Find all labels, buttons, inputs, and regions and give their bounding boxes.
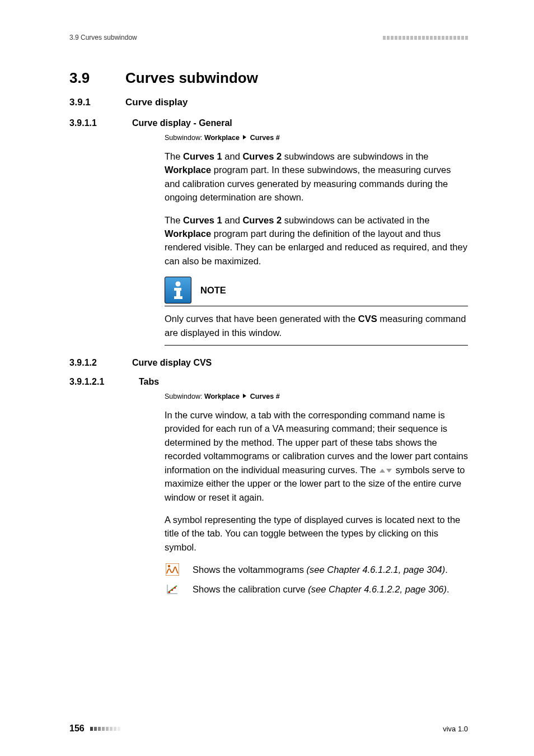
heading-title: Curves subwindow [125,69,258,87]
list-item: Shows the calibration curve (see Chapter… [165,582,468,596]
svg-rect-12 [174,587,176,589]
paragraph: A symbol representing the type of displa… [165,513,468,554]
page-header: 3.9 Curves subwindow [69,34,468,41]
footer-right: viva 1.0 [443,725,468,733]
header-left: 3.9 Curves subwindow [69,34,137,41]
calibration-curve-icon [165,582,180,596]
heading-title: Curve display - General [132,118,232,128]
note-body: Only curves that have been generated wit… [165,312,468,346]
heading-number: 3.9 [69,69,125,87]
path-prefix: Subwindow: [165,393,204,400]
heading-number: 3.9.1.2.1 [69,377,139,387]
heading-number: 3.9.1 [69,97,125,108]
heading-title: Tabs [139,377,159,387]
svg-rect-10 [168,591,170,593]
note-block: NOTE Only curves that have been generate… [165,277,468,346]
heading-title: Curve display CVS [132,358,212,368]
heading-title: Curve display [125,97,188,108]
heading-3-9-1-2: 3.9.1.2 Curve display CVS [69,358,468,368]
heading-3-9-1-2-1: 3.9.1.2.1 Tabs [69,377,468,387]
svg-rect-4 [166,563,179,576]
footer-left: 156 [69,724,120,734]
svg-rect-2 [176,288,180,297]
path-part: Workplace [204,134,240,142]
heading-3-9: 3.9 Curves subwindow [69,69,468,87]
paragraph: The Curves 1 and Curves 2 subwindows can… [165,213,468,268]
svg-rect-11 [171,589,173,591]
header-ticks-icon [383,36,468,40]
footer-ticks-icon [90,727,120,731]
heading-number: 3.9.1.1 [69,118,132,128]
list-item-text: Shows the calibration curve (see Chapter… [193,582,449,596]
heading-number: 3.9.1.2 [69,358,132,368]
page-number: 156 [69,724,85,734]
path-prefix: Subwindow: [165,134,204,142]
breadcrumb-path: Subwindow: Workplace Curves # [165,134,468,142]
breadcrumb-path: Subwindow: Workplace Curves # [165,393,468,400]
paragraph: In the curve window, a tab with the corr… [165,408,468,504]
heading-3-9-1: 3.9.1 Curve display [69,97,468,108]
path-part: Curves # [250,393,280,400]
page-footer: 156 viva 1.0 [69,724,468,734]
path-part: Workplace [204,393,240,400]
path-part: Curves # [250,134,280,142]
paragraph: The Curves 1 and Curves 2 subwindows are… [165,150,468,204]
note-header: NOTE [165,277,468,306]
list-item: Shows the voltammograms (see Chapter 4.6… [165,563,468,576]
voltammogram-icon [165,563,180,576]
chevron-right-icon [243,135,246,139]
list-item-text: Shows the voltammograms (see Chapter 4.6… [193,563,448,576]
heading-3-9-1-1: 3.9.1.1 Curve display - General [69,118,468,128]
info-icon [165,277,191,304]
svg-point-5 [168,565,170,567]
note-label: NOTE [200,285,226,296]
chevron-right-icon [243,394,246,398]
expand-collapse-icon [380,469,392,473]
svg-rect-3 [174,296,182,299]
svg-point-0 [176,282,181,287]
